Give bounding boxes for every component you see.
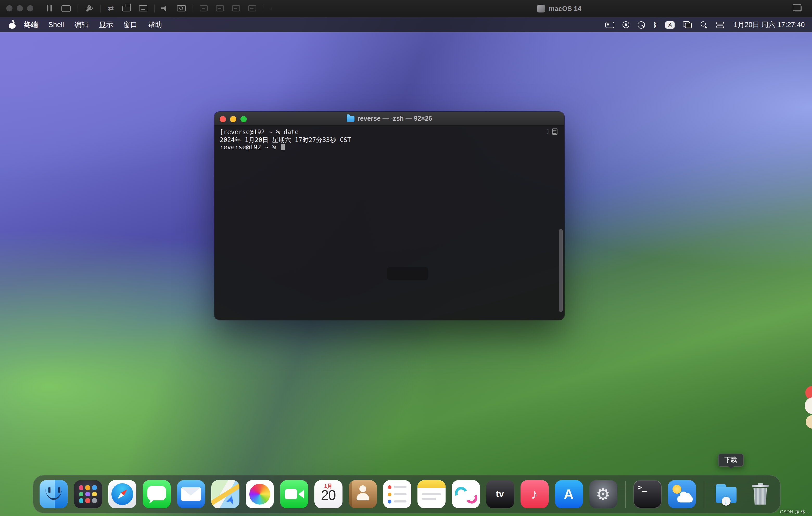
dock-notes-icon[interactable]: [417, 480, 445, 508]
calendar-day-label: 20: [314, 487, 342, 504]
snapshot-icon[interactable]: [248, 5, 256, 11]
control-center-icon[interactable]: [712, 17, 728, 32]
close-button[interactable]: [220, 116, 226, 122]
dock-mail-icon[interactable]: [177, 480, 205, 508]
vm-title-label: macOS 14: [549, 5, 581, 12]
dock-facetime-icon[interactable]: [280, 480, 308, 508]
appstore-glyph: A: [564, 487, 574, 501]
toolbar-separator: [100, 4, 101, 12]
dock-music-icon[interactable]: ♪: [520, 480, 548, 508]
prompt-mark-open: [: [220, 128, 223, 136]
dock-weather-icon[interactable]: [668, 480, 696, 508]
menu-help[interactable]: 帮助: [143, 17, 167, 32]
chevron-left-icon[interactable]: ‹: [270, 5, 272, 12]
terminal-glyph: >_: [637, 483, 647, 492]
menu-bar-status: ᛒ A 1月20日 周六 17:27:40: [601, 17, 807, 32]
dock-messages-icon[interactable]: [142, 480, 171, 508]
terminal-content[interactable]: [reverse@192 ~ % date 2024年 1月20日 星期六 17…: [214, 126, 564, 320]
terminal-window[interactable]: reverse — -zsh — 92×26 [reverse@192 ~ % …: [214, 112, 564, 320]
screen-mirroring-icon[interactable]: [679, 17, 696, 32]
menu-view[interactable]: 显示: [94, 17, 118, 32]
dock-finder-icon[interactable]: [39, 480, 67, 508]
scrollbar-thumb[interactable]: [559, 229, 563, 312]
dock-downloads-icon[interactable]: ↓: [712, 480, 740, 508]
dock-launchpad-icon[interactable]: [74, 480, 102, 508]
terminal-window-controls: [220, 116, 247, 122]
menu-window[interactable]: 窗口: [118, 17, 143, 32]
gauge-icon[interactable]: [633, 17, 649, 32]
folder-icon: [347, 116, 354, 121]
desktop-sticker: [802, 386, 812, 436]
vm-minimize-button[interactable]: [17, 5, 23, 11]
resize-arrows-icon[interactable]: ⇄: [108, 5, 114, 12]
watermark: CSDN @ 林…: [780, 509, 810, 515]
tv-icon-label: tv: [496, 489, 504, 499]
toolbar-separator: [263, 4, 263, 12]
dock-trash-icon[interactable]: [746, 480, 774, 508]
airplay-icon[interactable]: [618, 17, 633, 32]
toolbar-separator: [192, 4, 193, 12]
zoom-button[interactable]: [240, 116, 247, 122]
macos-badge-icon: [537, 5, 545, 12]
terminal-line-command: [reverse@192 ~ % date: [220, 128, 559, 136]
terminal-command-text: reverse@192 ~ % date: [223, 128, 298, 136]
menu-terminal[interactable]: 终端: [19, 17, 43, 32]
dock-tv-icon[interactable]: tv: [486, 480, 514, 508]
usb-icon[interactable]: [200, 5, 207, 11]
pause-icon[interactable]: [46, 5, 53, 11]
removable-disk-icon[interactable]: [139, 5, 147, 11]
dock-safari-icon[interactable]: [108, 480, 136, 508]
input-source-icon[interactable]: A: [661, 17, 679, 32]
toolbar-separator: [78, 4, 78, 12]
artifact-smudge: [387, 267, 428, 280]
menu-edit[interactable]: 编辑: [69, 17, 94, 32]
dock-reminders-icon[interactable]: [383, 480, 411, 508]
dock-photos-icon[interactable]: [245, 480, 273, 508]
minimize-button[interactable]: [230, 116, 236, 122]
terminal-titlebar[interactable]: reverse — -zsh — 92×26: [214, 112, 564, 126]
terminal-title-label: reverse — -zsh — 92×26: [357, 115, 432, 122]
prompt-mark-close: ]: [546, 128, 550, 135]
download-badge-icon: ↓: [721, 497, 730, 506]
dock-appstore-icon[interactable]: A: [555, 480, 583, 508]
shared-folder-icon[interactable]: [232, 5, 240, 11]
printer-icon[interactable]: [122, 5, 130, 11]
menu-bar: 终端 Shell 编辑 显示 窗口 帮助 ᛒ A 1月20日 周六 17:27:…: [0, 17, 812, 32]
terminal-margin-marks: ]: [546, 128, 557, 135]
display-status-icon[interactable]: [601, 17, 618, 32]
bluetooth-icon[interactable]: ᛒ: [649, 17, 661, 32]
dock-freeform-icon[interactable]: [452, 480, 480, 508]
screen: ⇄ ‹ macOS 14 终端 Shell 编辑 显示 窗口 帮助: [0, 0, 812, 516]
restore-window-icon[interactable]: [794, 5, 802, 11]
camera-icon[interactable]: [177, 5, 185, 11]
downloads-tooltip: 下载: [718, 454, 744, 466]
terminal-title: reverse — -zsh — 92×26: [347, 115, 432, 122]
apple-menu-icon[interactable]: [5, 17, 19, 32]
menu-bar-clock[interactable]: 1月20日 周六 17:27:40: [728, 20, 807, 29]
spotlight-icon[interactable]: [696, 17, 712, 32]
menu-shell[interactable]: Shell: [43, 17, 69, 32]
music-note-glyph: ♪: [531, 487, 538, 501]
vm-title: macOS 14: [537, 0, 581, 17]
gear-icon: ⚙: [596, 486, 610, 502]
network-icon[interactable]: [216, 5, 224, 11]
vm-window-controls: [6, 5, 33, 11]
dock-contacts-icon[interactable]: [348, 480, 377, 508]
dock-system-settings-icon[interactable]: ⚙: [589, 480, 617, 508]
downloads-tooltip-label: 下载: [724, 456, 737, 463]
dock-maps-icon[interactable]: [211, 480, 239, 508]
dock-separator: [703, 481, 704, 508]
sound-icon[interactable]: [161, 5, 168, 11]
virtual-machine-display-icon[interactable]: [61, 5, 71, 12]
dock-calendar-icon[interactable]: 1月 20: [314, 480, 342, 508]
vm-close-button[interactable]: [6, 5, 12, 11]
terminal-cursor: [281, 144, 285, 150]
terminal-line-prompt: reverse@192 ~ %: [220, 144, 559, 151]
dock: 1月 20 tv ♪ A ⚙ >_: [33, 475, 781, 513]
vm-toolbar: ⇄ ‹ macOS 14: [0, 0, 812, 17]
settings-wrench-icon[interactable]: [85, 4, 94, 12]
vm-zoom-button[interactable]: [27, 5, 33, 11]
input-source-label: A: [665, 21, 675, 28]
inspector-icon[interactable]: [552, 129, 557, 135]
dock-terminal-icon[interactable]: >_: [633, 480, 661, 508]
